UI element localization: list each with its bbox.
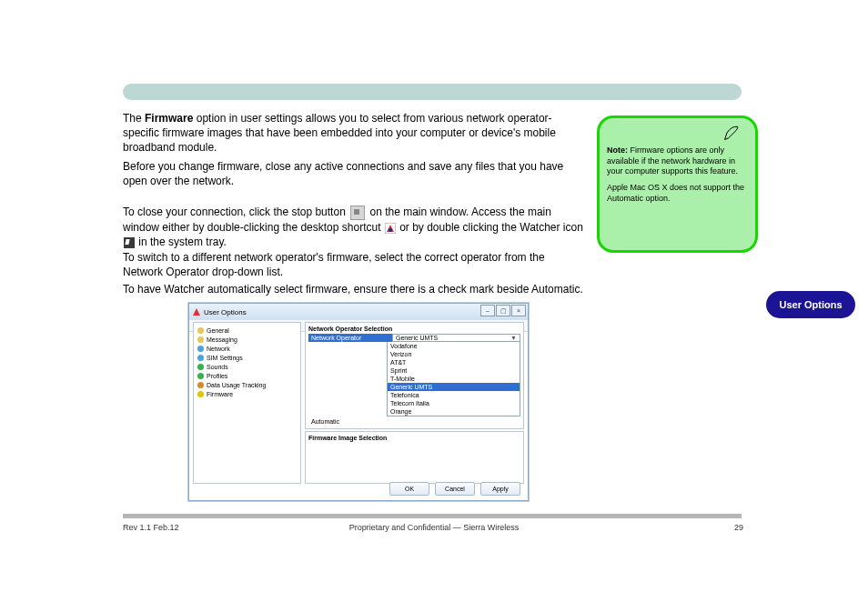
tree-messaging[interactable]: Messaging (197, 335, 297, 344)
operator-row: Network Operator Generic UMTS ▼ (308, 334, 520, 342)
group2-title: Firmware Image Selection (308, 435, 520, 441)
tree-sim[interactable]: SIM Settings (197, 353, 297, 362)
category-tree[interactable]: General Messaging Network SIM Settings S… (193, 322, 301, 484)
paragraph-1: The Firmware option in user settings all… (123, 111, 587, 156)
apply-button[interactable]: Apply (480, 482, 520, 496)
watcher-tray-icon (124, 237, 135, 248)
paragraph-5: To have Watcher automatically select fir… (123, 282, 587, 296)
network-operator-group: Network Operator Selection Network Opera… (305, 322, 524, 429)
group1-title: Network Operator Selection (308, 326, 520, 332)
footer-rule (123, 514, 742, 518)
dialog-titlebar: User Options (189, 304, 528, 320)
svg-point-1 (389, 228, 392, 232)
tree-sounds[interactable]: Sounds (197, 362, 297, 371)
firmware-image-group: Firmware Image Selection (305, 431, 524, 484)
tree-data-usage[interactable]: Data Usage Tracking (197, 380, 297, 389)
opt-orange[interactable]: Orange (388, 407, 520, 416)
opt-telecom-italia[interactable]: Telecom Italia (388, 399, 520, 407)
dialog-title: User Options (204, 308, 247, 316)
tree-general[interactable]: General (197, 326, 297, 335)
paragraph-3: To close your connection, click the stop… (123, 205, 587, 249)
note-callout: Note: Firmware options are only availabl… (597, 115, 758, 253)
stop-icon (350, 206, 365, 220)
chevron-down-icon: ▼ (510, 335, 517, 341)
opt-telefonica[interactable]: Telefonica (388, 391, 520, 399)
section-tab: User Options (766, 291, 855, 318)
opt-sprint[interactable]: Sprint (388, 366, 520, 375)
maximize-button[interactable]: ▢ (496, 305, 510, 316)
operator-dropdown[interactable]: Generic UMTS ▼ (392, 334, 520, 342)
pen-icon (722, 124, 741, 147)
opt-tmobile[interactable]: T-Mobile (388, 375, 520, 383)
p3a: To close your connection, click the stop… (123, 206, 348, 218)
app-icon (192, 307, 201, 316)
note-body-2: Apple Mac OS X does not support the Auto… (607, 183, 748, 204)
tree-network[interactable]: Network (197, 344, 297, 353)
note-text: Note: Firmware options are only availabl… (607, 145, 748, 177)
ok-button[interactable]: OK (389, 482, 429, 496)
opt-vodafone[interactable]: Vodafone (388, 342, 520, 350)
user-options-dialog: User Options – ▢ × General Messaging Net… (188, 303, 529, 501)
p1b: Firmware (145, 112, 193, 125)
note-caption: Note: (607, 145, 628, 155)
paragraph-2: Before you change firmware, close any ac… (123, 159, 587, 188)
minimize-button[interactable]: – (480, 305, 495, 316)
tree-firmware[interactable]: Firmware (197, 389, 297, 398)
tree-profiles[interactable]: Profiles (197, 371, 297, 380)
operator-dropdown-list[interactable]: Vodafone Verizon AT&T Sprint T-Mobile Ge… (387, 342, 520, 416)
dialog-buttons: OK Cancel Apply (389, 482, 520, 496)
opt-verizon[interactable]: Verizon (388, 350, 520, 358)
operator-row-label: Network Operator (308, 334, 392, 342)
paragraph-4: To switch to a different network operato… (123, 250, 587, 279)
opt-att[interactable]: AT&T (388, 358, 520, 366)
close-button[interactable]: × (511, 305, 526, 316)
opt-generic-umts[interactable]: Generic UMTS (388, 383, 520, 391)
window-buttons: – ▢ × (480, 305, 526, 316)
operator-dropdown-value: Generic UMTS (396, 335, 438, 341)
cancel-button[interactable]: Cancel (435, 482, 475, 496)
footer-right: 29 (734, 523, 743, 532)
p1a: The (123, 112, 145, 125)
watcher-shortcut-icon (385, 223, 396, 234)
section-heading-pill (123, 84, 742, 100)
automatic-label: Automatic (308, 417, 392, 426)
p3c: or by double clicking the Watcher icon (399, 221, 583, 234)
p3d: in the system tray. (138, 236, 226, 248)
automatic-row[interactable]: Automatic (308, 417, 520, 426)
